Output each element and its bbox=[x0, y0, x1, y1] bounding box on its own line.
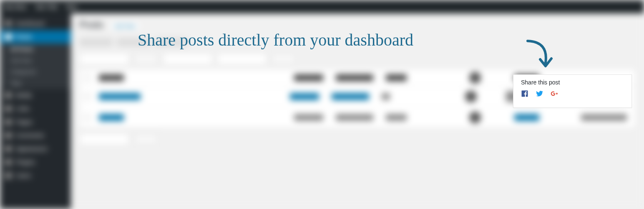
col-title[interactable] bbox=[99, 74, 124, 81]
sidebar-item-appearance[interactable]: Appearance bbox=[0, 142, 71, 155]
col-author[interactable] bbox=[294, 74, 323, 81]
post-title-link[interactable] bbox=[99, 114, 124, 121]
twitter-icon[interactable] bbox=[535, 90, 543, 97]
share-icons-row bbox=[521, 90, 624, 97]
col-tags[interactable] bbox=[386, 74, 407, 81]
tag-text bbox=[382, 93, 390, 100]
col-categories[interactable] bbox=[336, 74, 373, 81]
share-panel: Share this post bbox=[513, 74, 632, 108]
category-link[interactable] bbox=[336, 114, 373, 121]
bulk-actions-row bbox=[79, 52, 636, 66]
apply-button[interactable] bbox=[133, 133, 158, 145]
topbar-item[interactable]: My Sites bbox=[5, 4, 27, 10]
apply-button[interactable] bbox=[133, 53, 158, 65]
category-select[interactable] bbox=[217, 53, 267, 65]
select-all-checkbox[interactable] bbox=[84, 74, 91, 81]
share-panel-title: Share this post bbox=[521, 79, 624, 86]
col-comments-icon[interactable] bbox=[469, 72, 481, 84]
page-title: Posts bbox=[79, 19, 103, 31]
sidebar-label: Appearance bbox=[16, 145, 48, 152]
sidebar-label: Comments bbox=[16, 132, 44, 139]
sidebar-sub-allposts[interactable]: All Posts bbox=[0, 43, 71, 55]
add-new-button[interactable]: Add New bbox=[109, 21, 141, 31]
admin-sidebar: Dashboard Posts All Posts Add New Catego… bbox=[0, 13, 71, 209]
pin-icon bbox=[5, 33, 12, 40]
filter-button[interactable] bbox=[271, 53, 296, 65]
sidebar-label: Users bbox=[16, 172, 31, 179]
admin-topbar: My Sites Site Title New bbox=[0, 0, 644, 13]
author-link[interactable] bbox=[294, 114, 323, 121]
bulk-select[interactable] bbox=[79, 133, 129, 145]
bulk-select[interactable] bbox=[79, 53, 129, 65]
facebook-icon[interactable] bbox=[521, 90, 528, 97]
sidebar-item-media[interactable]: Media bbox=[0, 89, 71, 102]
sidebar-item-dashboard[interactable]: Dashboard bbox=[0, 17, 71, 30]
link-icon bbox=[5, 105, 12, 112]
sidebar-item-links[interactable]: Links bbox=[0, 102, 71, 115]
sidebar-label: Pages bbox=[16, 119, 33, 125]
sidebar-item-plugins[interactable]: Plugins bbox=[0, 155, 71, 169]
sidebar-label: Dashboard bbox=[16, 20, 45, 27]
comment-icon bbox=[5, 132, 12, 139]
sidebar-sub-categories[interactable]: Categories bbox=[0, 66, 71, 77]
share-cell bbox=[581, 114, 627, 121]
promo-headline: Share posts directly from your dashboard bbox=[138, 30, 413, 50]
author-link[interactable] bbox=[290, 93, 319, 100]
sidebar-label: Plugins bbox=[16, 159, 35, 166]
filter-link[interactable] bbox=[79, 38, 113, 46]
comment-bubble[interactable] bbox=[465, 91, 477, 102]
sidebar-label: Links bbox=[16, 105, 30, 112]
page-icon bbox=[5, 119, 12, 125]
topbar-item[interactable]: Site Title bbox=[35, 4, 58, 10]
sidebar-sub-addnew[interactable]: Add New bbox=[0, 55, 71, 66]
sidebar-label: Posts bbox=[16, 33, 32, 40]
row-checkbox[interactable] bbox=[84, 114, 91, 121]
sidebar-item-posts[interactable]: Posts bbox=[0, 30, 71, 43]
appearance-icon bbox=[5, 145, 12, 152]
bulk-actions-row-bottom bbox=[79, 133, 636, 146]
sidebar-label: Media bbox=[16, 92, 32, 99]
topbar-item[interactable]: New bbox=[66, 4, 78, 10]
sidebar-sub-tags[interactable]: Tags bbox=[0, 77, 71, 89]
dashboard-icon bbox=[5, 20, 12, 27]
date-select[interactable] bbox=[163, 53, 213, 65]
post-title-link[interactable] bbox=[99, 93, 141, 100]
tag-text bbox=[386, 114, 407, 121]
sidebar-item-users[interactable]: Users bbox=[0, 169, 71, 182]
plugin-icon bbox=[5, 159, 12, 166]
date-text bbox=[514, 114, 539, 121]
user-icon bbox=[5, 172, 12, 179]
category-link[interactable] bbox=[332, 93, 369, 100]
row-checkbox[interactable] bbox=[84, 93, 91, 100]
sidebar-item-comments[interactable]: Comments bbox=[0, 129, 71, 142]
media-icon bbox=[5, 92, 12, 99]
table-row[interactable] bbox=[80, 107, 635, 128]
comment-bubble[interactable] bbox=[469, 112, 481, 123]
googleplus-icon[interactable] bbox=[550, 90, 558, 97]
sidebar-item-pages[interactable]: Pages bbox=[0, 115, 71, 129]
